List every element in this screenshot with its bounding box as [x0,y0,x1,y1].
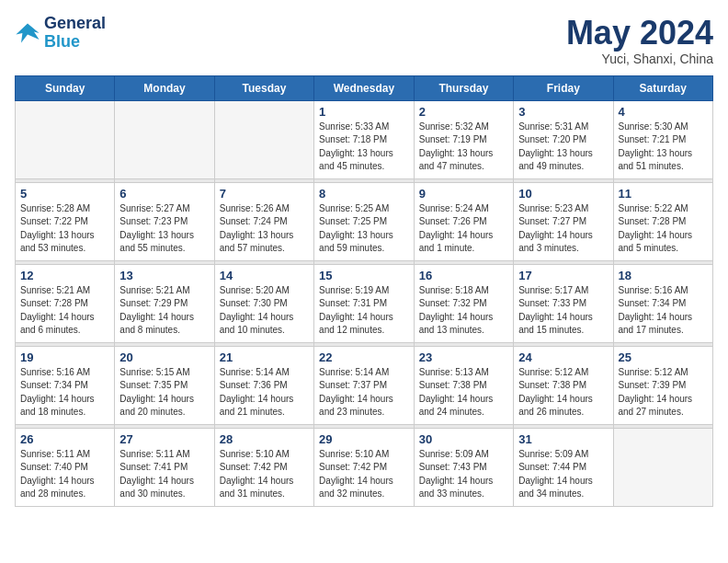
day-number: 2 [419,105,508,119]
week-row-1: 1Sunrise: 5:33 AM Sunset: 7:18 PM Daylig… [16,100,713,178]
day-number: 29 [319,432,409,446]
weekday-header-monday: Monday [115,75,214,100]
day-info: Sunrise: 5:19 AM Sunset: 7:31 PM Dayligh… [319,284,409,338]
week-row-2: 5Sunrise: 5:28 AM Sunset: 7:22 PM Daylig… [16,182,713,260]
day-info: Sunrise: 5:14 AM Sunset: 7:36 PM Dayligh… [220,366,309,419]
day-number: 31 [518,432,608,446]
day-number: 26 [20,432,109,446]
logo-icon [15,20,40,46]
calendar-cell: 5Sunrise: 5:28 AM Sunset: 7:22 PM Daylig… [16,182,115,260]
day-number: 11 [619,187,709,201]
day-info: Sunrise: 5:10 AM Sunset: 7:42 PM Dayligh… [220,448,309,501]
weekday-header-tuesday: Tuesday [214,75,313,100]
week-row-5: 26Sunrise: 5:11 AM Sunset: 7:40 PM Dayli… [16,428,713,506]
logo: General Blue [15,15,106,52]
calendar-cell: 18Sunrise: 5:16 AM Sunset: 7:34 PM Dayli… [613,264,713,342]
day-number: 9 [419,187,508,201]
weekday-header-thursday: Thursday [414,75,513,100]
calendar-cell: 27Sunrise: 5:11 AM Sunset: 7:41 PM Dayli… [115,428,214,506]
day-info: Sunrise: 5:17 AM Sunset: 7:33 PM Dayligh… [518,284,608,338]
calendar-cell: 12Sunrise: 5:21 AM Sunset: 7:28 PM Dayli… [16,264,115,342]
calendar-cell: 29Sunrise: 5:10 AM Sunset: 7:42 PM Dayli… [314,428,415,506]
day-info: Sunrise: 5:21 AM Sunset: 7:29 PM Dayligh… [119,284,209,338]
calendar-cell: 25Sunrise: 5:12 AM Sunset: 7:39 PM Dayli… [613,346,713,424]
day-number: 7 [220,187,309,201]
day-info: Sunrise: 5:21 AM Sunset: 7:28 PM Dayligh… [20,284,109,338]
day-info: Sunrise: 5:33 AM Sunset: 7:18 PM Dayligh… [319,121,409,174]
calendar-cell: 19Sunrise: 5:16 AM Sunset: 7:34 PM Dayli… [16,346,115,424]
day-number: 22 [319,350,409,364]
calendar-cell [613,428,713,506]
day-number: 4 [619,105,709,119]
day-number: 3 [518,105,608,119]
calendar-table: SundayMondayTuesdayWednesdayThursdayFrid… [15,75,713,507]
calendar-cell: 15Sunrise: 5:19 AM Sunset: 7:31 PM Dayli… [314,264,415,342]
day-number: 23 [419,350,508,364]
weekday-header-sunday: Sunday [16,75,115,100]
calendar-cell: 14Sunrise: 5:20 AM Sunset: 7:30 PM Dayli… [214,264,313,342]
day-number: 25 [619,350,709,364]
calendar-cell: 22Sunrise: 5:14 AM Sunset: 7:37 PM Dayli… [314,346,415,424]
day-info: Sunrise: 5:23 AM Sunset: 7:27 PM Dayligh… [518,202,608,256]
day-info: Sunrise: 5:11 AM Sunset: 7:41 PM Dayligh… [119,448,209,501]
calendar-cell: 20Sunrise: 5:15 AM Sunset: 7:35 PM Dayli… [115,346,214,424]
day-number: 27 [119,432,209,446]
calendar-cell: 23Sunrise: 5:13 AM Sunset: 7:38 PM Dayli… [414,346,513,424]
day-number: 21 [220,350,309,364]
day-number: 24 [518,350,608,364]
day-number: 18 [619,269,709,282]
calendar-cell: 3Sunrise: 5:31 AM Sunset: 7:20 PM Daylig… [514,100,613,178]
day-info: Sunrise: 5:30 AM Sunset: 7:21 PM Dayligh… [619,121,709,174]
calendar-cell: 4Sunrise: 5:30 AM Sunset: 7:21 PM Daylig… [613,100,713,178]
calendar-cell [115,100,214,178]
day-number: 1 [319,105,409,119]
weekday-header-row: SundayMondayTuesdayWednesdayThursdayFrid… [16,75,713,100]
day-info: Sunrise: 5:15 AM Sunset: 7:35 PM Dayligh… [119,366,209,419]
calendar-cell: 7Sunrise: 5:26 AM Sunset: 7:24 PM Daylig… [214,182,313,260]
day-number: 19 [20,350,109,364]
day-info: Sunrise: 5:14 AM Sunset: 7:37 PM Dayligh… [319,366,409,419]
day-info: Sunrise: 5:12 AM Sunset: 7:39 PM Dayligh… [619,366,709,419]
week-row-4: 19Sunrise: 5:16 AM Sunset: 7:34 PM Dayli… [16,346,713,424]
location: Yuci, Shanxi, China [566,52,713,66]
day-number: 10 [518,187,608,201]
week-row-3: 12Sunrise: 5:21 AM Sunset: 7:28 PM Dayli… [16,264,713,342]
day-number: 17 [518,269,608,282]
calendar-cell: 6Sunrise: 5:27 AM Sunset: 7:23 PM Daylig… [115,182,214,260]
day-number: 12 [20,269,109,282]
day-info: Sunrise: 5:13 AM Sunset: 7:38 PM Dayligh… [419,366,508,419]
day-number: 28 [220,432,309,446]
title-block: May 2024 Yuci, Shanxi, China [566,15,713,66]
day-number: 5 [20,187,109,201]
day-number: 15 [319,269,409,282]
day-info: Sunrise: 5:28 AM Sunset: 7:22 PM Dayligh… [20,202,109,256]
calendar-cell: 1Sunrise: 5:33 AM Sunset: 7:18 PM Daylig… [314,100,415,178]
day-info: Sunrise: 5:09 AM Sunset: 7:43 PM Dayligh… [419,448,508,501]
day-info: Sunrise: 5:16 AM Sunset: 7:34 PM Dayligh… [20,366,109,419]
calendar-cell: 26Sunrise: 5:11 AM Sunset: 7:40 PM Dayli… [16,428,115,506]
day-number: 30 [419,432,508,446]
calendar-cell [214,100,313,178]
day-info: Sunrise: 5:31 AM Sunset: 7:20 PM Dayligh… [518,121,608,174]
day-info: Sunrise: 5:11 AM Sunset: 7:40 PM Dayligh… [20,448,109,501]
calendar-cell: 31Sunrise: 5:09 AM Sunset: 7:44 PM Dayli… [514,428,613,506]
day-info: Sunrise: 5:25 AM Sunset: 7:25 PM Dayligh… [319,202,409,256]
calendar-cell: 11Sunrise: 5:22 AM Sunset: 7:28 PM Dayli… [613,182,713,260]
day-info: Sunrise: 5:22 AM Sunset: 7:28 PM Dayligh… [619,202,709,256]
calendar-cell: 2Sunrise: 5:32 AM Sunset: 7:19 PM Daylig… [414,100,513,178]
weekday-header-saturday: Saturday [613,75,713,100]
weekday-header-wednesday: Wednesday [314,75,415,100]
calendar-cell: 21Sunrise: 5:14 AM Sunset: 7:36 PM Dayli… [214,346,313,424]
calendar-cell: 13Sunrise: 5:21 AM Sunset: 7:29 PM Dayli… [115,264,214,342]
day-info: Sunrise: 5:09 AM Sunset: 7:44 PM Dayligh… [518,448,608,501]
svg-marker-0 [16,23,39,42]
calendar-cell: 17Sunrise: 5:17 AM Sunset: 7:33 PM Dayli… [514,264,613,342]
calendar-cell: 10Sunrise: 5:23 AM Sunset: 7:27 PM Dayli… [514,182,613,260]
day-info: Sunrise: 5:24 AM Sunset: 7:26 PM Dayligh… [419,202,508,256]
calendar-cell [16,100,115,178]
day-number: 14 [220,269,309,282]
page-header: General Blue May 2024 Yuci, Shanxi, Chin… [15,15,713,66]
day-number: 13 [119,269,209,282]
day-info: Sunrise: 5:27 AM Sunset: 7:23 PM Dayligh… [119,202,209,256]
day-info: Sunrise: 5:16 AM Sunset: 7:34 PM Dayligh… [619,284,709,338]
